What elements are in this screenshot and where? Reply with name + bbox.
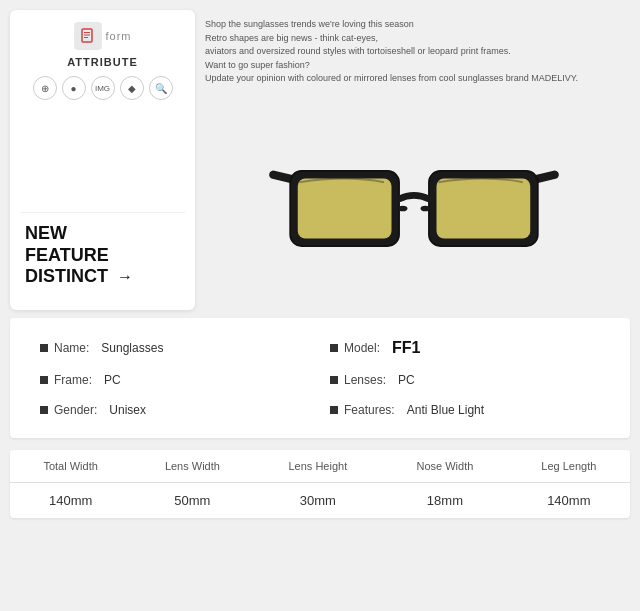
svg-rect-3 bbox=[84, 37, 88, 38]
attribute-icon-row: form bbox=[74, 22, 132, 50]
svg-point-10 bbox=[398, 205, 407, 211]
globe-icon[interactable]: ⊕ bbox=[33, 76, 57, 100]
header-lens-height: Lens Height bbox=[254, 450, 383, 483]
svg-rect-1 bbox=[84, 32, 90, 33]
attribute-label: ATTRIBUTE bbox=[67, 56, 138, 68]
icon-tools-row: ⊕ ● IMG ◆ 🔍 bbox=[33, 76, 173, 100]
drop-icon[interactable]: ◆ bbox=[120, 76, 144, 100]
main-container: form ATTRIBUTE ⊕ ● IMG ◆ 🔍 NEW FEATURE D… bbox=[0, 0, 640, 611]
measurements-table: Total Width Lens Width Lens Height Nose … bbox=[10, 450, 630, 518]
glasses-image-area bbox=[205, 92, 622, 311]
attribute-icon-box bbox=[74, 22, 102, 50]
search-icon[interactable]: 🔍 bbox=[149, 76, 173, 100]
svg-rect-7 bbox=[297, 178, 391, 238]
new-feature-section: NEW FEATURE DISTINCT → bbox=[20, 212, 185, 298]
measurements-header: Total Width Lens Width Lens Height Nose … bbox=[10, 450, 630, 483]
header-lens-width: Lens Width bbox=[131, 450, 253, 483]
svg-rect-2 bbox=[84, 35, 90, 36]
spec-lenses-row: Lenses: PC bbox=[330, 368, 600, 392]
val-leg-length: 140mm bbox=[508, 483, 630, 519]
values-row: 140mm 50mm 30mm 18mm 140mm bbox=[10, 483, 630, 519]
val-total-width: 140mm bbox=[10, 483, 131, 519]
bullet-model bbox=[330, 344, 338, 352]
glasses-svg bbox=[264, 121, 564, 281]
document-icon bbox=[80, 28, 96, 44]
measurements-body: 140mm 50mm 30mm 18mm 140mm bbox=[10, 483, 630, 519]
header-row: Total Width Lens Width Lens Height Nose … bbox=[10, 450, 630, 483]
header-nose-width: Nose Width bbox=[382, 450, 507, 483]
val-lens-height: 30mm bbox=[254, 483, 383, 519]
spec-features-row: Features: Anti Blue Light bbox=[330, 398, 600, 422]
right-content: Shop the sunglasses trends we're loving … bbox=[205, 10, 630, 310]
specs-section: Name: Sunglasses Model: FF1 Frame: PC Le… bbox=[10, 318, 630, 438]
bullet-frame bbox=[40, 376, 48, 384]
spec-frame-row: Frame: PC bbox=[40, 368, 310, 392]
spec-model-row: Model: FF1 bbox=[330, 334, 600, 362]
circle-icon[interactable]: ● bbox=[62, 76, 86, 100]
bullet-name bbox=[40, 344, 48, 352]
image-icon[interactable]: IMG bbox=[91, 76, 115, 100]
val-nose-width: 18mm bbox=[382, 483, 507, 519]
arrow-icon[interactable]: → bbox=[117, 267, 133, 286]
new-feature-text: NEW FEATURE DISTINCT → bbox=[25, 223, 180, 288]
val-lens-width: 50mm bbox=[131, 483, 253, 519]
measurements-section: Total Width Lens Width Lens Height Nose … bbox=[10, 450, 630, 518]
header-total-width: Total Width bbox=[10, 450, 131, 483]
top-section: form ATTRIBUTE ⊕ ● IMG ◆ 🔍 NEW FEATURE D… bbox=[0, 0, 640, 310]
form-label: form bbox=[106, 30, 132, 42]
bullet-gender bbox=[40, 406, 48, 414]
spec-name-row: Name: Sunglasses bbox=[40, 334, 310, 362]
sidebar-card: form ATTRIBUTE ⊕ ● IMG ◆ 🔍 NEW FEATURE D… bbox=[10, 10, 195, 310]
header-leg-length: Leg Length bbox=[508, 450, 630, 483]
spec-gender-row: Gender: Unisex bbox=[40, 398, 310, 422]
svg-point-11 bbox=[420, 205, 429, 211]
bullet-features bbox=[330, 406, 338, 414]
bullet-lenses bbox=[330, 376, 338, 384]
svg-rect-9 bbox=[436, 178, 530, 238]
description-text: Shop the sunglasses trends we're loving … bbox=[205, 18, 622, 86]
specs-grid: Name: Sunglasses Model: FF1 Frame: PC Le… bbox=[40, 334, 600, 422]
